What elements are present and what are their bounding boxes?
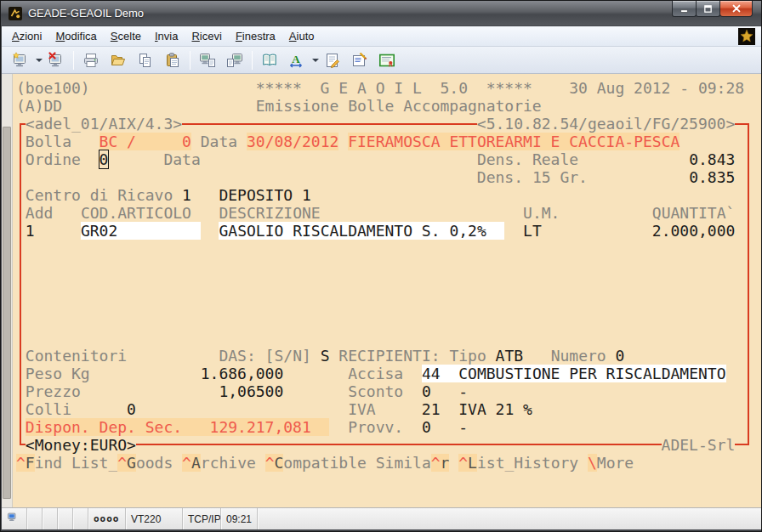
terminal-text: Tipo [449,347,486,365]
toolbar-separator [252,51,253,70]
terminal-screen[interactable]: (boe100) ***** G E A O I L 5.0 ***** 30 … [13,74,762,507]
scrollbar[interactable] [2,74,13,507]
status-protocol-text: TCP/IP [188,513,221,525]
receive-file-button[interactable] [223,49,247,71]
terminal-text: Bolla [26,133,71,150]
terminal-text: RECIPIENTI: [338,347,440,365]
close-button[interactable] [719,1,753,17]
terminal-text [136,436,662,454]
terminal-text: Accisa [348,365,403,382]
menu-finestra[interactable]: Finestra [229,27,282,45]
properties-icon [351,52,368,69]
font-button[interactable]: A [285,49,309,71]
toolbar: A [2,47,762,74]
menu-scelte[interactable]: Scelte [104,27,148,45]
terminal-text: (A)DD Emissione Bolle Accompagnatorie [16,97,542,115]
terminal-text [16,222,26,240]
terminal-text [237,133,247,150]
dropdown-caret-icon[interactable] [312,59,319,62]
terminal-text: Colli [26,400,71,418]
terminal-text [53,204,81,222]
paste-button[interactable] [161,49,185,71]
computer-icon [7,512,20,525]
terminal-text: 2.000,000 [652,222,736,240]
menu-ricevi[interactable]: Ricevi [185,27,228,45]
scrollbar-thumb[interactable] [3,127,11,499]
article-code-field[interactable]: GR02 [81,222,201,240]
paste-icon [164,52,181,69]
terminal-text: More [597,454,634,472]
terminal-text: F [26,454,35,472]
document-number-field[interactable]: BC / 0 [100,133,191,150]
terminal-text: Data [163,150,200,168]
terminal-text [283,365,348,382]
status-empty-cell [27,508,43,529]
terminal-text: C [275,454,284,472]
send-screen-icon [199,52,216,69]
menu-invia[interactable]: Invia [148,27,185,45]
address-book-button[interactable] [258,49,281,71]
terminal-text [16,150,26,168]
document-date-field[interactable]: 30/08/2012 [247,133,338,150]
title-bar: GEADE-GEAOIL Demo [1,1,761,25]
book-icon [261,52,278,69]
terminal-text: 1 [26,222,35,240]
terminal-text [16,186,26,204]
terminal-text: 0 [422,382,431,400]
properties-button[interactable] [348,49,372,71]
terminal-text: Centro di Ricavo [26,186,173,204]
dropdown-caret-icon[interactable] [36,59,43,62]
excise-field[interactable]: 44 COMBUSTIONE PER RISCALDAMENTO [422,365,726,382]
secondary-deposit-availability-field[interactable]: Dispon. Dep. Sec. 129.217,081 [26,418,330,436]
terminal-text: ^ [458,454,468,472]
terminal-text [560,204,651,222]
status-time-text: 09:21 [226,513,252,525]
terminal-text: COD.ARTICOLO [81,204,191,222]
minimize-button[interactable] [672,1,697,17]
customer-field[interactable]: FIERAMOSCA ETTOREARMI E CACCIA-PESCA [348,133,680,150]
terminal-line [16,329,762,347]
status-empty-cell [73,508,88,529]
terminal-text: ATB [496,347,524,365]
license-button[interactable] [375,49,399,71]
copy-button[interactable] [134,49,157,71]
terminal-text [449,454,458,472]
article-description-field[interactable]: GASOLIO RISCALDAMENTO S. 0,2% [219,222,504,240]
terminal-text: ^ [182,454,191,472]
disconnect-button[interactable] [44,49,68,71]
terminal-text [16,168,477,186]
send-file-button[interactable] [196,49,219,71]
cursor[interactable]: 0 [100,150,109,168]
status-protocol: TCP/IP [183,508,221,529]
menu-modifica[interactable]: Modifica [48,27,103,45]
terminal-text [321,204,523,222]
terminal-text: 0.835 [689,168,735,186]
copy-icon [137,52,154,69]
notes-button[interactable] [321,49,344,71]
maximize-button[interactable] [696,1,720,17]
terminal-line: Peso Kg 1.686,000 Accisa 44 COMBUSTIONE … [16,365,762,382]
close-icon [731,3,742,14]
terminal-text: 1.686,000 [201,365,284,382]
minimize-icon [680,4,689,14]
terminal-text: 1 [182,186,191,204]
terminal-line: <Money:EURO> ADEL-Srl [16,436,762,454]
terminal-text [182,115,477,133]
connect-button[interactable] [9,49,32,71]
terminal-text [35,222,81,240]
terminal-text: ^ [117,454,127,472]
terminal-text [90,365,201,382]
terminal-line: Colli 0 IVA 21 IVA 21 % [16,400,762,418]
menu-azioni[interactable]: Azioni [5,27,48,45]
app-logo-icon [738,28,755,45]
terminal-text: Ordine [26,150,81,168]
terminal-text: \ [588,454,597,472]
menu-aiuto[interactable]: Aiuto [282,27,321,45]
terminal-text: <5.10.82.54/geaoil/FG/25900> [477,115,735,133]
terminal-text: L [468,454,477,472]
print-button[interactable] [79,49,103,71]
terminal-text [283,382,348,400]
terminal-text [376,400,422,418]
terminal-line [16,472,762,490]
open-button[interactable] [106,49,130,71]
